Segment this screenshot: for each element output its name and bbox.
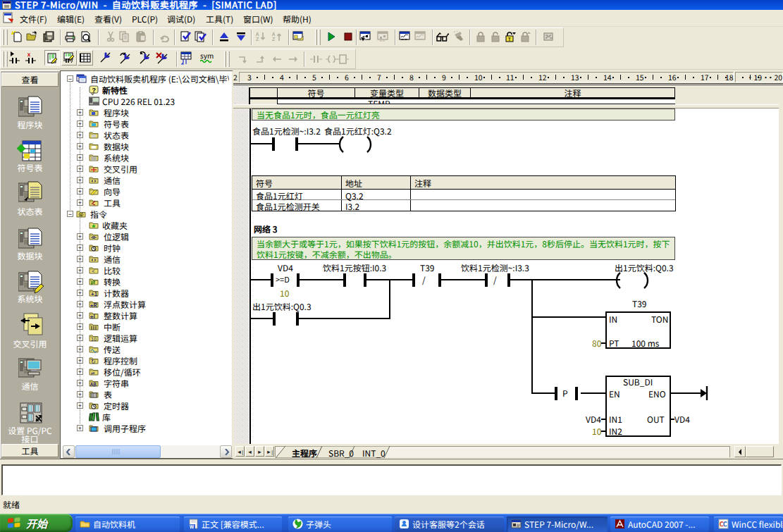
- svg-text:±R: ±R: [90, 301, 97, 309]
- svg-text:T: T: [508, 36, 511, 42]
- svg-text:sym: sym: [200, 51, 214, 61]
- svg-text:AB: AB: [90, 381, 97, 388]
- svg-text:Z: Z: [256, 35, 259, 42]
- svg-text:C: C: [723, 519, 727, 528]
- svg-text:±I: ±I: [90, 312, 95, 320]
- svg-text:⇌: ⇌: [91, 369, 95, 376]
- svg-text:↻: ↻: [91, 357, 96, 365]
- svg-text:x: x: [27, 51, 31, 58]
- svg-text:W: W: [189, 523, 195, 529]
- svg-text:10: 10: [91, 335, 97, 342]
- svg-text:Z: Z: [272, 35, 276, 42]
- svg-text:+1: +1: [91, 290, 98, 297]
- svg-text:?: ?: [92, 85, 97, 94]
- svg-text:<: <: [92, 267, 95, 275]
